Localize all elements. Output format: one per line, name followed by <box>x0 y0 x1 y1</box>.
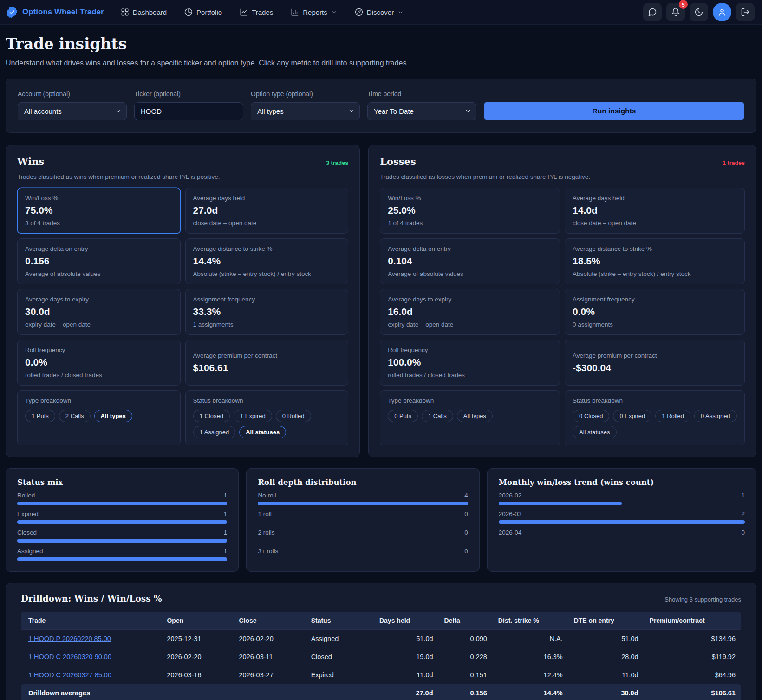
chip-calls[interactable]: 1 Calls <box>422 410 453 422</box>
col-dte: DTE on entry <box>568 612 644 630</box>
col-open: Open <box>161 612 233 630</box>
averages-row: Drilldown averages 27.0d 0.156 14.4% 30.… <box>21 684 741 700</box>
col-days-held: Days held <box>374 612 439 630</box>
theme-toggle-button[interactable] <box>690 3 708 21</box>
metric-card-avg-days-expiry[interactable]: Average days to expiry 30.0d expiry date… <box>17 289 181 335</box>
trade-link[interactable]: 1 HOOD C 20260320 90.00 <box>28 653 111 661</box>
run-insights-button[interactable]: Run insights <box>484 102 744 120</box>
chip-all-statuses[interactable]: All statuses <box>573 426 616 438</box>
metric-card-assignment-frequency[interactable]: Assignment frequency 33.3% 1 assignments <box>185 289 349 335</box>
drilldown-table: Trade Open Close Status Days held Delta … <box>21 612 741 700</box>
col-trade: Trade <box>21 612 161 630</box>
drilldown-showing: Showing 3 supporting trades <box>664 596 741 603</box>
nav-trades-label: Trades <box>252 8 273 16</box>
status-mix-title: Status mix <box>17 478 227 487</box>
nav-reports-label: Reports <box>303 8 327 16</box>
chip-rolled[interactable]: 0 Rolled <box>276 410 311 422</box>
moon-icon <box>694 7 703 17</box>
chip-closed[interactable]: 0 Closed <box>573 410 609 422</box>
metric-card-avg-days-held[interactable]: Average days held 14.0d close date – ope… <box>565 188 745 234</box>
col-close: Close <box>234 612 306 630</box>
chip-expired[interactable]: 0 Expired <box>613 410 651 422</box>
bar-row-2026-03: 2026-032 <box>499 510 745 524</box>
wins-title: Wins <box>17 156 44 167</box>
brand[interactable]: Options Wheel Trader <box>6 6 104 19</box>
account-label: Account (optional) <box>18 90 127 98</box>
nav-discover[interactable]: Discover <box>355 8 404 16</box>
bar-row-2026-04: 2026-040 <box>499 529 745 543</box>
ticker-input[interactable] <box>134 102 243 120</box>
pie-chart-icon <box>184 8 193 16</box>
losses-subtitle: Trades classified as losses when premium… <box>380 173 745 180</box>
wins-type-breakdown-card: Type breakdown 1 Puts 2 Calls All types <box>17 390 181 445</box>
metric-card-avg-distance-strike[interactable]: Average distance to strike % 18.5% Absol… <box>565 238 745 284</box>
option-type-select[interactable]: All types <box>251 102 360 120</box>
metric-card-avg-days-expiry[interactable]: Average days to expiry 16.0d expiry date… <box>380 289 560 335</box>
bar-row-no-roll: No roll4 <box>258 492 468 505</box>
chevron-down-icon <box>397 9 404 15</box>
chip-closed[interactable]: 1 Closed <box>193 410 230 422</box>
bar-row-rolled: Rolled1 <box>17 492 227 505</box>
logout-icon <box>741 7 750 17</box>
metric-card-assignment-frequency[interactable]: Assignment frequency 0.0% 0 assignments <box>565 289 745 335</box>
nav-discover-label: Discover <box>367 8 394 16</box>
metric-card-roll-frequency[interactable]: Roll frequency 0.0% rolled trades / clos… <box>17 340 181 386</box>
nav-portfolio-label: Portfolio <box>196 8 222 16</box>
col-status: Status <box>306 612 374 630</box>
metric-card-win-loss-pct[interactable]: Win/Loss % 25.0% 1 of 4 trades <box>380 188 560 234</box>
chat-button[interactable] <box>643 3 662 21</box>
trade-link[interactable]: 1 HOOD C 20260327 85.00 <box>28 671 111 679</box>
nav-dashboard[interactable]: Dashboard <box>121 8 167 16</box>
notifications-button[interactable]: 5 <box>666 3 685 21</box>
chip-rolled[interactable]: 1 Rolled <box>655 410 690 422</box>
chip-expired[interactable]: 1 Expired <box>234 410 272 422</box>
col-delta: Delta <box>439 612 493 630</box>
nav-reports[interactable]: Reports <box>291 8 337 16</box>
chat-bubble-icon <box>648 7 657 17</box>
bar-row-closed: Closed1 <box>17 529 227 543</box>
account-select[interactable]: All accounts <box>18 102 127 120</box>
nav-trades[interactable]: Trades <box>240 8 273 16</box>
wins-panel: Wins 3 trades Trades classified as wins … <box>6 145 360 457</box>
bell-icon <box>671 7 680 17</box>
nav-portfolio[interactable]: Portfolio <box>184 8 222 16</box>
col-premium: Premium/contract <box>644 612 741 630</box>
chip-all-types[interactable]: All types <box>94 410 132 422</box>
wins-subtitle: Trades classified as wins when premium o… <box>17 173 348 180</box>
metric-card-avg-delta[interactable]: Average delta on entry 0.156 Average of … <box>17 238 181 284</box>
losses-title: Losses <box>380 156 416 167</box>
chip-all-statuses[interactable]: All statuses <box>239 426 286 438</box>
chip-puts[interactable]: 1 Puts <box>25 410 55 422</box>
bar-row-3plus-rolls: 3+ rolls0 <box>258 548 468 561</box>
notification-badge: 5 <box>679 0 688 9</box>
filter-bar: Account (optional) All accounts Ticker (… <box>6 79 756 133</box>
metric-card-avg-premium[interactable]: Average premium per contract $106.61 <box>185 340 349 386</box>
bar-row-2-rolls: 2 rolls0 <box>258 529 468 543</box>
user-icon <box>717 7 727 17</box>
chip-assigned[interactable]: 1 Assigned <box>193 426 236 438</box>
wins-status-breakdown-card: Status breakdown 1 Closed 1 Expired 0 Ro… <box>185 390 349 445</box>
chip-assigned[interactable]: 0 Assigned <box>694 410 737 422</box>
time-period-label: Time period <box>367 90 476 98</box>
metric-card-win-loss-pct[interactable]: Win/Loss % 75.0% 3 of 4 trades <box>17 188 181 234</box>
metric-card-avg-days-held[interactable]: Average days held 27.0d close date – ope… <box>185 188 349 234</box>
chip-calls[interactable]: 2 Calls <box>59 410 91 422</box>
metric-card-avg-premium[interactable]: Average premium per contract -$300.04 <box>565 340 745 386</box>
logout-button[interactable] <box>736 3 755 21</box>
chip-puts[interactable]: 0 Puts <box>388 410 418 422</box>
bar-row-assigned: Assigned1 <box>17 548 227 561</box>
bar-row-2026-02: 2026-021 <box>499 492 745 505</box>
option-type-label: Option type (optional) <box>251 90 360 98</box>
metric-card-avg-delta[interactable]: Average delta on entry 0.104 Average of … <box>380 238 560 284</box>
profile-button[interactable] <box>713 3 731 21</box>
chip-all-types[interactable]: All types <box>457 410 493 422</box>
wins-count-badge: 3 trades <box>326 160 348 166</box>
metric-card-avg-distance-strike[interactable]: Average distance to strike % 14.4% Absol… <box>185 238 349 284</box>
losses-panel: Losses 1 trades Trades classified as los… <box>368 145 756 457</box>
metric-card-roll-frequency[interactable]: Roll frequency 100.0% rolled trades / cl… <box>380 340 560 386</box>
time-period-select[interactable]: Year To Date <box>367 102 476 120</box>
page-subtitle: Understand what drives wins and losses f… <box>6 59 756 67</box>
table-row: 1 HOOD C 20260320 90.00 2026-02-20 2026-… <box>21 648 741 666</box>
trade-link[interactable]: 1 HOOD P 20260220 85.00 <box>28 635 111 642</box>
drilldown-title: Drilldown: Wins / Win/Loss % <box>21 594 162 603</box>
